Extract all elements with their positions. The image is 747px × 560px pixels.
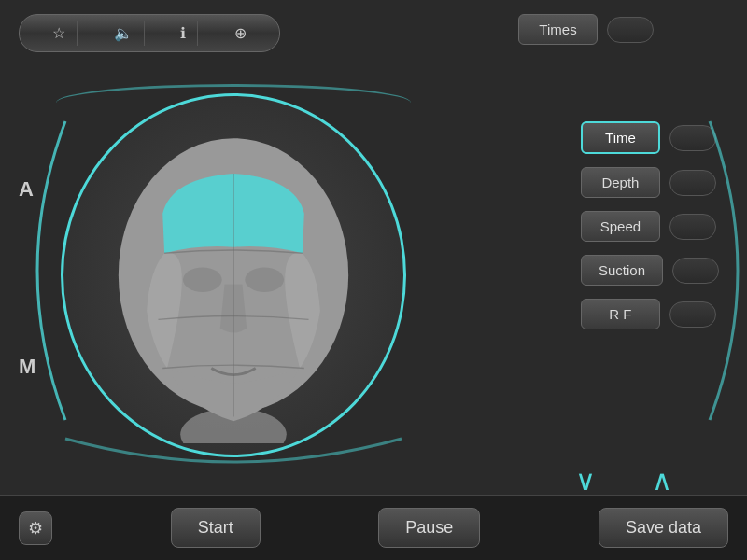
speed-row: Speed — [581, 211, 719, 242]
depth-button[interactable]: Depth — [581, 167, 660, 198]
start-button[interactable]: Start — [171, 508, 261, 548]
svg-point-2 — [183, 267, 222, 292]
times-toggle[interactable] — [607, 17, 654, 43]
volume-button[interactable]: 🔈 — [103, 21, 145, 46]
depth-row: Depth — [581, 167, 719, 198]
gear-icon: ⚙ — [28, 518, 43, 539]
bottom-arc-decoration — [56, 429, 411, 476]
settings-button[interactable]: ⚙ — [19, 511, 52, 545]
label-m: M — [19, 355, 35, 379]
face-circle[interactable] — [61, 93, 406, 457]
face-container — [56, 75, 411, 476]
right-arc-decoration — [700, 93, 747, 448]
speed-button[interactable]: Speed — [581, 211, 660, 242]
add-button[interactable]: ⊕ — [223, 21, 258, 46]
chevron-area: ∨ ∧ — [575, 467, 672, 495]
time-button[interactable]: Time — [581, 121, 660, 154]
star-button[interactable]: ☆ — [41, 21, 78, 46]
chevron-down-button[interactable]: ∨ — [575, 467, 596, 495]
times-button[interactable]: Times — [518, 14, 598, 45]
svg-point-3 — [245, 267, 284, 292]
time-row: Time — [581, 121, 719, 154]
times-section: Times — [518, 14, 654, 45]
chevron-up-button[interactable]: ∧ — [652, 467, 672, 495]
face-model — [75, 107, 392, 443]
right-panel: Time Depth Speed Suction R F — [581, 121, 719, 329]
label-a: A — [19, 177, 34, 202]
pause-button[interactable]: Pause — [378, 508, 480, 548]
suction-row: Suction — [581, 255, 719, 286]
bottom-bar: ⚙ Start Pause Save data — [0, 495, 747, 560]
top-toolbar: ☆ 🔈 ℹ ⊕ — [19, 14, 280, 52]
save-button[interactable]: Save data — [599, 508, 728, 548]
rf-button[interactable]: R F — [581, 299, 660, 329]
suction-button[interactable]: Suction — [581, 255, 663, 286]
info-button[interactable]: ℹ — [169, 21, 198, 46]
rf-row: R F — [581, 299, 719, 329]
